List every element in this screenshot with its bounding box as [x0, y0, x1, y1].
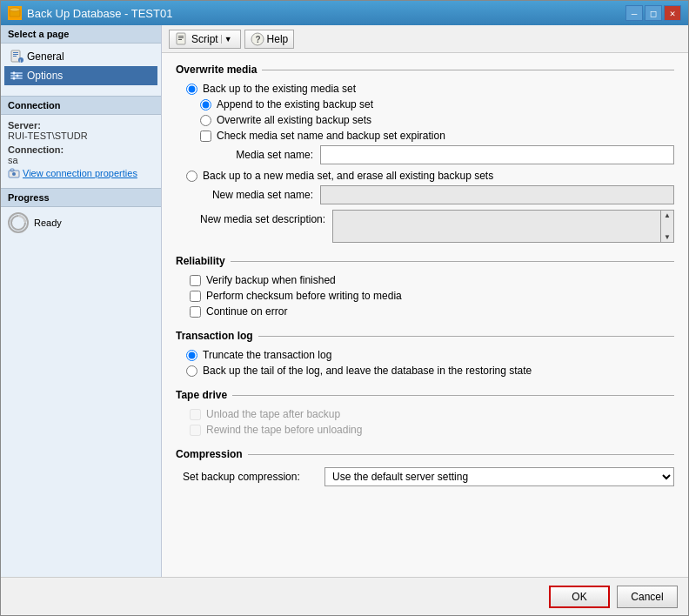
new-media-set-label: Back up to a new media set, and erase al…	[203, 170, 493, 182]
compression-line	[248, 454, 674, 455]
sidebar-item-options-label: Options	[27, 70, 63, 82]
progress-status: Ready	[34, 218, 62, 228]
continue-on-error-checkbox[interactable]	[190, 306, 201, 318]
textarea-scrollbar[interactable]: ▲ ▼	[660, 210, 674, 243]
rewind-tape-checkbox[interactable]	[190, 425, 201, 436]
append-backup-set-radio[interactable]	[200, 99, 211, 110]
new-media-set-name-input[interactable]	[320, 185, 674, 204]
help-button[interactable]: ? Help	[244, 30, 295, 49]
view-props-label: View connection properties	[23, 168, 137, 178]
connection-section-title: Connection	[1, 97, 161, 115]
server-value: RUI-TEST\STUDR	[8, 131, 154, 141]
reliability-header: Reliability	[176, 255, 225, 267]
script-button[interactable]: Script ▼	[169, 30, 241, 49]
tape-drive-section: Tape drive Unload the tape after backup …	[176, 389, 674, 436]
close-button[interactable]: ✕	[664, 5, 681, 21]
sidebar-item-options[interactable]: Options	[4, 66, 157, 85]
ok-button[interactable]: OK	[549, 586, 610, 608]
compression-header: Compression	[176, 448, 243, 460]
append-backup-set-label: Append to the existing backup set	[217, 98, 373, 110]
check-media-label: Check media set name and backup set expi…	[217, 130, 445, 142]
server-label: Server:	[8, 120, 154, 131]
help-label: Help	[267, 33, 289, 45]
cancel-button[interactable]: Cancel	[617, 586, 678, 608]
window-title: Back Up Database - TEST01	[27, 7, 172, 20]
script-label: Script	[191, 33, 218, 45]
backup-tail-label: Back up the tail of the log, and leave t…	[203, 365, 532, 377]
progress-section-title: Progress	[1, 189, 161, 207]
reliability-section: Reliability Verify backup when finished …	[176, 255, 674, 318]
media-set-name-input[interactable]	[320, 145, 674, 164]
svg-point-12	[17, 75, 19, 77]
new-media-set-desc-label: New media set description:	[200, 213, 325, 225]
new-media-set-radio[interactable]	[186, 171, 197, 182]
transaction-log-line	[258, 336, 674, 337]
overwrite-all-radio[interactable]	[200, 115, 211, 126]
sidebar: Select a page i General	[1, 25, 162, 577]
general-icon: i	[10, 50, 23, 64]
svg-point-16	[12, 172, 16, 176]
restore-button[interactable]: □	[645, 5, 662, 21]
new-media-set-desc-input[interactable]	[332, 210, 660, 243]
connection-value: sa	[8, 155, 154, 165]
verify-backup-checkbox[interactable]	[190, 275, 201, 286]
check-media-checkbox[interactable]	[200, 131, 211, 142]
svg-point-13	[13, 77, 16, 80]
new-media-set-name-label: New media set name:	[200, 189, 313, 201]
backup-tail-radio[interactable]	[186, 365, 197, 377]
unload-tape-checkbox[interactable]	[190, 409, 201, 420]
transaction-log-header: Transaction log	[176, 330, 253, 342]
svg-point-11	[13, 72, 16, 75]
svg-rect-4	[13, 54, 18, 55]
svg-rect-10	[10, 77, 23, 79]
truncate-log-radio[interactable]	[186, 350, 197, 361]
script-dropdown-icon[interactable]: ▼	[221, 35, 235, 44]
perform-checksum-checkbox[interactable]	[190, 291, 201, 302]
continue-on-error-label: Continue on error	[206, 305, 287, 318]
new-media-set-desc-wrapper: ▲ ▼	[332, 210, 674, 243]
toolbar: Script ▼ ? Help	[162, 25, 688, 53]
minimize-button[interactable]: —	[625, 5, 643, 21]
backup-existing-media-label: Back up to the existing media set	[203, 83, 356, 95]
svg-rect-18	[177, 33, 185, 44]
sidebar-item-general-label: General	[27, 50, 64, 63]
progress-icon	[8, 212, 29, 233]
media-set-name-label: Media set name:	[200, 149, 313, 161]
svg-text:?: ?	[255, 35, 260, 44]
svg-rect-19	[178, 36, 184, 37]
compression-section: Compression Set backup compression: Use …	[176, 448, 674, 486]
bottom-bar: OK Cancel	[1, 577, 688, 615]
backup-existing-media-radio[interactable]	[186, 84, 197, 95]
connection-icon	[8, 167, 20, 179]
svg-rect-20	[178, 37, 184, 38]
verify-backup-label: Verify backup when finished	[206, 274, 336, 286]
help-icon: ?	[251, 32, 264, 46]
reliability-line	[231, 261, 674, 262]
scrollbar-up-icon[interactable]: ▲	[663, 211, 672, 220]
options-icon	[10, 69, 23, 83]
connection-label: Connection:	[8, 144, 154, 155]
svg-rect-5	[13, 56, 17, 57]
compression-select[interactable]: Use the default server setting Compress …	[324, 467, 674, 486]
truncate-log-label: Truncate the transaction log	[203, 349, 331, 361]
svg-rect-3	[13, 52, 18, 53]
overwrite-media-section: Overwrite media Back up to the existing …	[176, 64, 674, 243]
compression-label: Set backup compression:	[183, 471, 318, 483]
view-connection-properties-link[interactable]: View connection properties	[8, 167, 154, 179]
svg-rect-8	[10, 72, 23, 74]
app-icon	[8, 6, 22, 20]
svg-rect-21	[178, 39, 182, 40]
tape-drive-line	[232, 395, 674, 396]
perform-checksum-label: Perform checksum before writing to media	[206, 290, 402, 302]
overwrite-media-line	[262, 70, 674, 70]
transaction-log-section: Transaction log Truncate the transaction…	[176, 330, 674, 377]
sidebar-item-general[interactable]: i General	[4, 47, 157, 66]
overwrite-media-header: Overwrite media	[176, 64, 257, 76]
right-panel: Script ▼ ? Help Overwrite media	[162, 25, 688, 577]
script-icon	[175, 32, 189, 46]
title-bar: Back Up Database - TEST01 — □ ✕	[1, 1, 688, 25]
select-page-label: Select a page	[1, 25, 161, 44]
tape-drive-header: Tape drive	[176, 389, 227, 401]
scrollbar-down-icon[interactable]: ▼	[663, 232, 672, 242]
svg-point-1	[10, 8, 20, 11]
